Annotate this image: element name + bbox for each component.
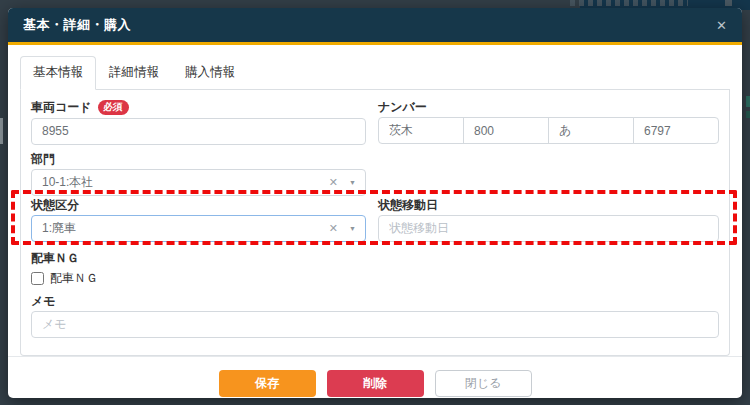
number-kana-input[interactable] (548, 117, 634, 144)
status-select[interactable]: 1:廃車 ✕ ▼ (31, 215, 366, 242)
number-region-input[interactable] (378, 117, 464, 144)
modal-body: 基本情報 詳細情報 購入情報 車両コード 必須 (8, 45, 742, 356)
status-selected-value: 1:廃車 (42, 220, 76, 237)
number-plate-label: ナンバー (378, 100, 427, 114)
dispatch-ng-checkbox-label: 配車ＮＧ (50, 270, 98, 287)
field-memo: メモ (31, 294, 719, 338)
field-department: 部門 10-1:本社 ✕ ▼ (31, 152, 719, 196)
clear-icon[interactable]: ✕ (329, 223, 338, 234)
memo-input[interactable] (31, 311, 719, 338)
memo-label: メモ (31, 294, 56, 308)
field-status-date: 状態移動日 (378, 198, 719, 242)
field-number-plate: ナンバー (378, 100, 719, 145)
status-date-label: 状態移動日 (378, 198, 438, 212)
status-row: 状態区分 1:廃車 ✕ ▼ 状態移動日 (31, 198, 719, 242)
tab-basic-info[interactable]: 基本情報 (20, 56, 96, 90)
tab-panel-basic-info: 車両コード 必須 ナンバー (20, 90, 730, 356)
tab-detail-info[interactable]: 詳細情報 (96, 56, 172, 90)
background-scrollbar-fragment (0, 118, 3, 144)
page-background: 基本・詳細・購入 ✕ 基本情報 詳細情報 購入情報 車両コード 必須 (0, 0, 750, 405)
background-edge-artifact (746, 111, 750, 118)
close-icon[interactable]: ✕ (716, 19, 727, 32)
clear-icon[interactable]: ✕ (329, 177, 338, 188)
required-badge: 必須 (98, 100, 129, 115)
status-label: 状態区分 (31, 198, 79, 212)
status-date-input[interactable] (378, 215, 719, 242)
tab-purchase-info[interactable]: 購入情報 (172, 56, 248, 90)
vehicle-edit-modal: 基本・詳細・購入 ✕ 基本情報 詳細情報 購入情報 車両コード 必須 (8, 8, 742, 398)
background-edge-artifact (746, 96, 750, 107)
tab-bar: 基本情報 詳細情報 購入情報 (20, 56, 730, 90)
background-clipped-icon-fragment (725, 0, 732, 6)
chevron-down-icon[interactable]: ▼ (349, 225, 356, 232)
field-dispatch-ng: 配車ＮＧ 配車ＮＧ (31, 251, 719, 287)
department-select[interactable]: 10-1:本社 ✕ ▼ (31, 169, 366, 196)
department-selected-value: 10-1:本社 (42, 174, 93, 191)
number-serial-input[interactable] (633, 117, 719, 144)
dispatch-ng-checkbox[interactable] (31, 272, 44, 285)
background-clipped-text-fragment (570, 0, 688, 6)
dispatch-ng-label: 配車ＮＧ (31, 251, 79, 265)
number-class-input[interactable] (463, 117, 549, 144)
department-label: 部門 (31, 152, 55, 166)
field-vehicle-code: 車両コード 必須 (31, 100, 366, 145)
modal-title: 基本・詳細・購入 (23, 16, 131, 34)
number-plate-group (378, 117, 719, 144)
delete-button[interactable]: 削除 (327, 370, 424, 397)
modal-header: 基本・詳細・購入 ✕ (8, 8, 742, 42)
field-status: 状態区分 1:廃車 ✕ ▼ (31, 198, 366, 242)
modal-footer: 保存 削除 閉じる (8, 356, 742, 399)
close-button[interactable]: 閉じる (435, 370, 532, 397)
vehicle-code-label: 車両コード (31, 100, 92, 114)
save-button[interactable]: 保存 (219, 370, 316, 397)
chevron-down-icon[interactable]: ▼ (349, 179, 356, 186)
dispatch-ng-checkbox-row: 配車ＮＧ (31, 270, 719, 287)
vehicle-code-input[interactable] (31, 118, 366, 145)
